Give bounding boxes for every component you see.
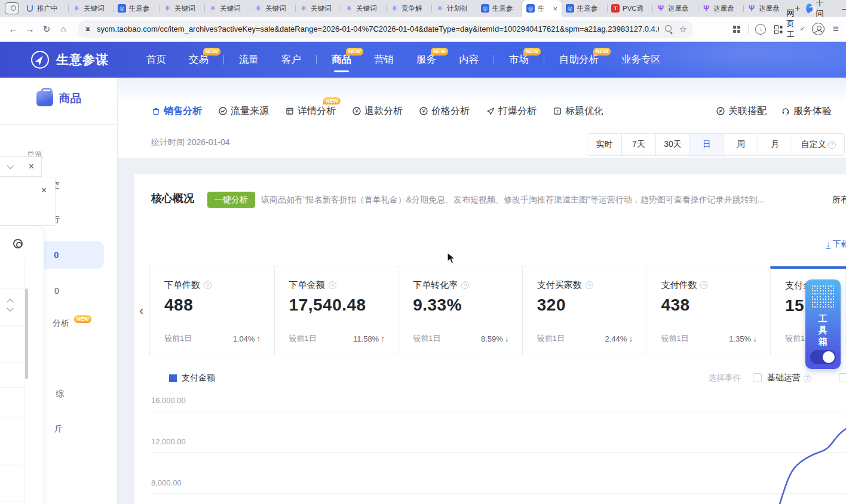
forward-button[interactable]: → xyxy=(22,24,38,34)
close-icon[interactable]: × xyxy=(29,162,34,171)
browser-tab[interactable]: ✳计划创 xyxy=(431,0,477,17)
nav-item-customer[interactable]: 客户 xyxy=(281,53,301,66)
download-link[interactable]: ↓下载 xyxy=(826,239,846,250)
range-30d[interactable]: 30天 xyxy=(655,134,689,155)
carousel-left-icon[interactable]: ‹ xyxy=(139,303,143,319)
help-icon[interactable]: ? xyxy=(586,281,593,289)
nav-item-trade[interactable]: 交易NEW xyxy=(189,53,209,66)
nav-item-home[interactable]: 首页 xyxy=(146,53,166,66)
sidebar-item[interactable]: 分析 xyxy=(53,318,69,329)
range-week[interactable]: 周 xyxy=(724,134,758,155)
browser-tab[interactable]: ✳竞争解 xyxy=(386,0,431,17)
sidebar-item-active-pill[interactable] xyxy=(37,241,104,269)
snowflake-favicon-icon: ✳ xyxy=(299,4,308,13)
metric-card-order-amount[interactable]: 下单金额? 17,540.48 较前1日11.58%↑ xyxy=(274,266,399,355)
browser-tab[interactable]: ✳关键词 xyxy=(250,0,295,17)
browser-tab[interactable]: ✳关键词 xyxy=(159,0,204,17)
sidebar-item[interactable]: 0 xyxy=(54,286,59,296)
profile-avatar[interactable] xyxy=(812,23,824,35)
change-value: 2.44% xyxy=(605,334,627,343)
nav-item-market[interactable]: 市场NEW xyxy=(509,53,529,66)
nav-item-content[interactable]: 内容 xyxy=(459,53,479,66)
chevron-down-icon[interactable] xyxy=(800,26,804,30)
browser-tab[interactable]: ◎生意参 xyxy=(114,0,159,17)
nav-item-self-analysis[interactable]: 自助分析NEW xyxy=(559,53,599,66)
metric-card-order-items[interactable]: 下单件数? 488 较前1日1.04%↑ xyxy=(150,266,274,355)
nav-item-traffic[interactable]: 流量 xyxy=(239,53,259,66)
zoom-icon[interactable] xyxy=(665,25,673,33)
tab-service-experience[interactable]: 服务体验 xyxy=(781,105,832,118)
nav-item-service[interactable]: 服务NEW xyxy=(416,53,436,66)
download-circle-icon[interactable]: ↓ xyxy=(755,24,766,35)
overview-right-fragment[interactable]: 所有 xyxy=(832,195,846,205)
extensions-icon[interactable] xyxy=(732,25,741,33)
browser-tab[interactable]: ✳关键词 xyxy=(341,0,386,17)
range-month[interactable]: 月 xyxy=(758,134,792,155)
nav-item-product[interactable]: 商品NEW xyxy=(332,53,351,66)
sidebar-item[interactable]: 斤 xyxy=(54,424,63,435)
overview-description: 该商品如有“报名新客折扣（首单礼金）&分期免息、发布短视频、修改手淘推荐渠道主图… xyxy=(261,195,829,205)
close-icon[interactable]: × xyxy=(41,186,47,195)
apps-grid-icon[interactable] xyxy=(774,25,782,33)
tab-traffic-source[interactable]: 流量来源 xyxy=(218,105,269,118)
tab-search-button[interactable] xyxy=(5,2,19,14)
back-button[interactable]: ← xyxy=(5,24,22,34)
tab-close-icon[interactable]: × xyxy=(553,5,557,13)
metric-card-conversion[interactable]: 下单转化率? 9.33% 较前1日8.59%↓ xyxy=(398,266,522,355)
range-custom[interactable]: 自定义? xyxy=(792,134,844,155)
help-icon[interactable]: ? xyxy=(700,281,708,289)
nav-item-marketing[interactable]: 营销 xyxy=(374,53,394,66)
browser-tab[interactable]: ◎生意参 xyxy=(562,0,607,17)
help-icon[interactable]: ? xyxy=(828,141,836,149)
chevron-down-icon[interactable] xyxy=(7,162,14,169)
browser-menu-icon[interactable]: ≡ xyxy=(833,23,839,35)
tab-detail-analysis[interactable]: 详情分析 NEW xyxy=(285,105,336,118)
help-icon[interactable]: ? xyxy=(329,281,336,289)
tab-related-match[interactable]: 关联搭配 xyxy=(716,105,767,118)
browser-tab[interactable]: ✳关键词 xyxy=(68,0,114,17)
toolbox-toggle[interactable] xyxy=(810,350,836,364)
tab-refund-analysis[interactable]: ¥ 退款分析 xyxy=(352,105,403,118)
browser-tab[interactable]: Ψ达摩盘 xyxy=(743,0,789,17)
browser-tab[interactable]: ✳关键词 xyxy=(204,0,250,17)
metric-card-pay-buyers[interactable]: 支付买家数? 320 较前1日2.44%↓ xyxy=(522,266,646,355)
home-button[interactable]: ⌂ xyxy=(55,24,72,34)
browser-tab[interactable]: TPVC透 xyxy=(607,0,652,17)
collapse-handle-icon[interactable] xyxy=(6,299,16,312)
divider xyxy=(316,55,317,64)
sycm-brand[interactable]: 生意参谋 xyxy=(56,51,109,68)
url-text[interactable]: sycm.taobao.com/cc/item_archives?activeK… xyxy=(97,24,659,33)
help-icon[interactable]: ? xyxy=(204,281,212,289)
gear-icon[interactable] xyxy=(13,239,23,248)
tab-sales-analysis[interactable]: 销售分析 xyxy=(151,105,202,118)
panel-scrollbar[interactable] xyxy=(25,288,28,379)
one-click-analyze-button[interactable]: 一键分析 xyxy=(207,192,255,208)
site-info-icon[interactable] xyxy=(84,25,92,33)
browser-tab[interactable]: ✳关键词 xyxy=(295,0,341,17)
tab-price-analysis[interactable]: ¥ 价格分析 xyxy=(419,105,470,118)
range-day-active[interactable]: 日 xyxy=(689,134,724,155)
toolbox-float-widget[interactable]: 工具箱 xyxy=(805,279,841,369)
legend-series-name[interactable]: 支付金额 xyxy=(182,373,215,383)
minimize-button[interactable]: – xyxy=(842,4,846,13)
arrow-up-icon: ↑ xyxy=(257,334,261,343)
reload-button[interactable]: ↻ xyxy=(38,24,55,35)
browser-tab[interactable]: Ψ达摩盘 xyxy=(652,0,698,17)
browser-tab[interactable]: ◎生意参 xyxy=(477,0,522,17)
qianwen-logo-icon xyxy=(806,4,813,13)
tab-title-optimize[interactable]: T 标题优化 xyxy=(553,105,603,118)
range-realtime[interactable]: 实时 xyxy=(587,134,621,155)
help-icon[interactable]: ? xyxy=(461,281,469,289)
tab-explosion-analysis[interactable]: 打爆分析 xyxy=(486,105,537,118)
browser-tab[interactable]: Ψ达摩盘 xyxy=(698,0,743,17)
address-bar[interactable]: sycm.taobao.com/cc/item_archives?activeK… xyxy=(78,20,693,38)
nav-item-business-zone[interactable]: 业务专区 xyxy=(621,53,661,66)
range-7d[interactable]: 7天 xyxy=(621,134,655,155)
metric-card-pay-items[interactable]: 支付件数? 438 较前1日1.35%↓ xyxy=(646,266,770,355)
sidebar-item[interactable]: 综 xyxy=(56,389,64,399)
browser-tab[interactable]: 推广中 xyxy=(23,0,68,17)
bookmark-star-icon[interactable]: ☆ xyxy=(679,24,687,35)
sidebar-item-active[interactable]: 0 xyxy=(54,250,59,260)
browser-tab-active[interactable]: ◎生× xyxy=(522,0,562,17)
payment-amount-line-chart[interactable] xyxy=(753,376,846,504)
